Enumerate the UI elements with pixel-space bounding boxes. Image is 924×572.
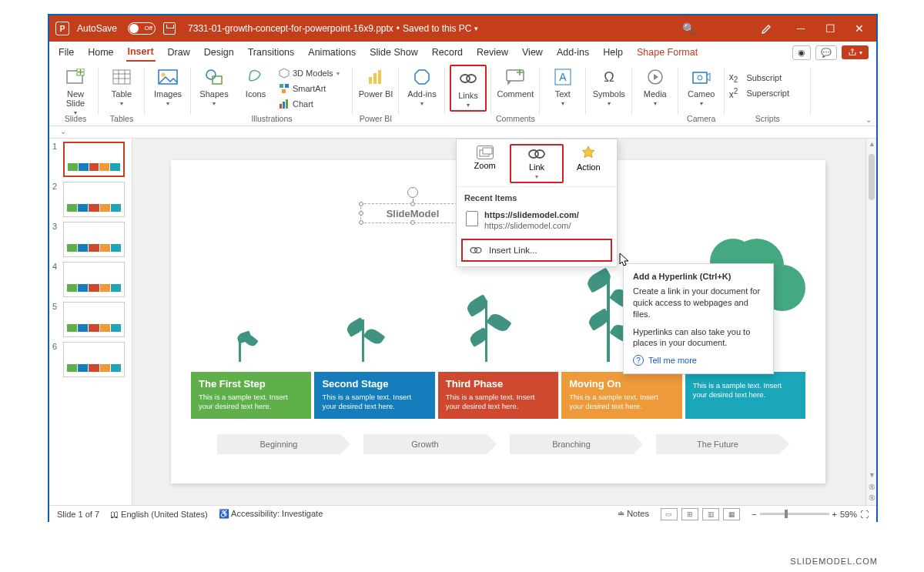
cameo-button[interactable]: Cameo▾	[683, 65, 720, 107]
resize-handle[interactable]	[410, 220, 415, 225]
resize-handle[interactable]	[410, 202, 415, 206]
recent-link-item[interactable]: https://slidemodel.com/ https://slidemod…	[457, 207, 617, 236]
pen-icon[interactable]	[761, 22, 782, 35]
3d-models-button[interactable]: 3D Models ▾	[279, 66, 348, 80]
slide-counter[interactable]: Slide 1 of 7	[57, 510, 99, 519]
icons-button[interactable]: Icons	[237, 65, 274, 99]
svg-point-24	[698, 75, 702, 80]
symbols-button[interactable]: Ω Symbols▾	[591, 65, 628, 107]
tab-file[interactable]: File	[57, 44, 75, 61]
resize-handle[interactable]	[359, 211, 363, 216]
zoom-menu-item[interactable]: Zoom	[460, 144, 510, 183]
zoom-slider[interactable]	[760, 513, 829, 515]
stage-box: Moving OnThis is a sample text. Insert y…	[561, 372, 681, 419]
tab-draw[interactable]: Draw	[166, 44, 192, 61]
slide-canvas-area[interactable]: SlideModel The First StepThis is a sampl…	[132, 139, 865, 505]
fit-to-window-icon[interactable]: ⛶	[860, 510, 869, 519]
tab-transitions[interactable]: Transitions	[246, 44, 296, 61]
tab-home[interactable]: Home	[86, 44, 115, 61]
smartart-button[interactable]: SmartArt	[279, 82, 348, 95]
qat-dropdown-icon[interactable]: ⌄	[60, 127, 66, 135]
slide-thumbnail[interactable]: 3	[52, 222, 129, 257]
action-menu-item[interactable]: Action	[564, 144, 614, 183]
link-menu-item[interactable]: Link ▾	[510, 144, 563, 183]
addins-button[interactable]: Add-ins▾	[403, 65, 440, 107]
accessibility-status[interactable]: ♿ Accessibility: Investigate	[219, 509, 323, 519]
autosave-label: AutoSave	[77, 23, 117, 34]
slide-thumbnail[interactable]: 6	[52, 342, 129, 377]
notes-button[interactable]: ≐ Notes	[618, 509, 649, 519]
zoom-percent[interactable]: 59%	[840, 510, 857, 519]
normal-view-button[interactable]: ▭	[661, 508, 678, 520]
chart-button[interactable]: Chart	[279, 97, 348, 111]
slide-thumbnail[interactable]: 5	[52, 302, 129, 337]
images-button[interactable]: Images▾	[149, 65, 186, 107]
tab-record[interactable]: Record	[430, 44, 464, 61]
maximize-button[interactable]: ☐	[819, 22, 841, 35]
rotate-handle-icon[interactable]	[407, 187, 418, 198]
slide-thumbnail[interactable]: 1	[52, 142, 129, 177]
next-slide-icon[interactable]: ⦿	[869, 494, 875, 502]
new-slide-button[interactable]: New Slide ▾	[57, 65, 94, 116]
quick-access-strip: ⌄	[49, 126, 876, 139]
reading-view-button[interactable]: ▥	[702, 508, 719, 520]
slide-thumbnail[interactable]: 2	[52, 182, 129, 217]
powerbi-button[interactable]: Power BI	[357, 65, 394, 99]
shapes-button[interactable]: Shapes▾	[196, 65, 233, 107]
sorter-view-button[interactable]: ⊞	[681, 508, 698, 520]
tab-design[interactable]: Design	[203, 44, 236, 61]
tab-view[interactable]: View	[521, 44, 544, 61]
share-button[interactable]: ▾	[842, 45, 869, 59]
close-button[interactable]: ✕	[849, 22, 870, 35]
record-button-small[interactable]: ◉	[792, 45, 811, 60]
language-status[interactable]: 🕮 English (United States)	[110, 510, 208, 519]
text-button[interactable]: A Text▾	[544, 65, 581, 107]
svg-rect-9	[282, 89, 286, 93]
svg-rect-7	[280, 84, 283, 88]
resize-handle[interactable]	[359, 202, 363, 206]
tooltip-title: Add a Hyperlink (Ctrl+K)	[633, 272, 764, 281]
table-button[interactable]: Table▾	[103, 65, 140, 107]
subscript-button[interactable]: x2 Subscript	[729, 71, 806, 85]
prev-slide-icon[interactable]: ⦿	[869, 483, 875, 491]
tab-shape-format[interactable]: Shape Format	[635, 44, 699, 61]
document-title[interactable]: 7331-01-growth-concept-for-powerpoint-16…	[188, 23, 478, 34]
tab-slideshow[interactable]: Slide Show	[368, 44, 420, 61]
tab-help[interactable]: Help	[601, 44, 624, 61]
group-tables: Table▾ Tables	[99, 65, 145, 125]
scrollbar-thumb[interactable]	[869, 154, 875, 200]
links-button[interactable]: Links▾	[450, 65, 487, 112]
minimize-button[interactable]: ─	[790, 22, 812, 35]
tab-review[interactable]: Review	[475, 44, 510, 61]
tell-me-more-link[interactable]: ? Tell me more	[633, 355, 764, 366]
autosave-toggle[interactable]: Off	[128, 22, 156, 35]
svg-text:A: A	[559, 71, 567, 83]
vertical-scrollbar[interactable]: ▲ ▼ ⦿ ⦿	[865, 139, 876, 505]
tab-insert[interactable]: Insert	[126, 43, 156, 62]
superscript-button[interactable]: x2 Superscript	[729, 86, 806, 100]
slide-thumbnail[interactable]: 4	[52, 262, 129, 297]
save-icon[interactable]	[163, 22, 176, 35]
zoom-out-icon[interactable]: −	[752, 510, 756, 519]
tab-animations[interactable]: Animations	[306, 44, 357, 61]
slideshow-view-button[interactable]: ▦	[723, 508, 740, 520]
tab-addins[interactable]: Add-ins	[555, 44, 591, 61]
selected-textbox[interactable]: SlideModel	[360, 203, 465, 223]
zoom-in-icon[interactable]: +	[832, 510, 837, 519]
search-icon[interactable]: 🔍	[678, 22, 699, 35]
comment-button[interactable]: Comment	[497, 65, 534, 99]
comments-button-small[interactable]: 💬	[815, 45, 837, 60]
resize-handle[interactable]	[359, 220, 363, 225]
insert-link-menu-item[interactable]: Insert Link...	[461, 239, 612, 262]
svg-rect-11	[283, 102, 285, 109]
media-button[interactable]: Media▾	[637, 65, 674, 107]
clipboard-icon	[466, 211, 478, 226]
thumbnail-pane[interactable]: 123456	[49, 139, 132, 505]
scroll-down-icon[interactable]: ▼	[869, 471, 875, 479]
zoom-control[interactable]: − + 59% ⛶	[752, 510, 869, 519]
links-dropdown-popup: Zoom Link ▾ Action Recent Items	[456, 139, 618, 267]
collapse-ribbon-icon[interactable]: ⌄	[865, 115, 872, 124]
scroll-up-icon[interactable]: ▲	[869, 140, 875, 148]
svg-rect-2	[113, 70, 130, 84]
group-media: Media▾	[632, 65, 678, 125]
